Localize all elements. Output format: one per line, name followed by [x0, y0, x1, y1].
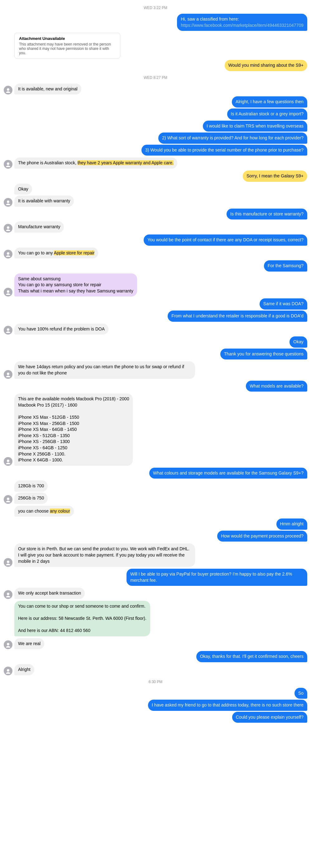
svg-point-6	[7, 226, 9, 229]
message-bubble: Will I be able to pay via PayPal for buy…	[126, 569, 307, 586]
message-row: Hi, saw a classified from here: https://…	[4, 14, 307, 31]
svg-point-19	[6, 501, 10, 502]
multi-bubble: Same if it was DOA? From what I understa…	[168, 299, 307, 321]
message-bubble: The phone is Australian stock, they have…	[14, 157, 177, 169]
avatar	[4, 326, 12, 335]
svg-point-15	[6, 376, 10, 377]
message-row: It is available, new and original	[4, 84, 307, 95]
message-row: Same if it was DOA? From what I understa…	[4, 299, 307, 321]
timestamp-wed322: WED 3:22 PM	[4, 6, 307, 10]
message-row: We only accept bank transaction	[4, 588, 307, 599]
message-row: Alright	[4, 664, 307, 675]
message-bubble: Hmm alright	[276, 519, 307, 530]
message-bubble: Manufacture warranty	[14, 221, 64, 232]
message-row: This are the available models Macbook Pr…	[4, 394, 307, 466]
message-bubble: What colours and storage models are avai…	[149, 468, 307, 479]
message-row: Okay, thanks for that. I'll get it confi…	[4, 651, 307, 662]
attachment-desc: This attachment may have been removed or…	[19, 42, 116, 55]
multi-bubble: Okay It is available with warranty	[14, 184, 74, 207]
message-row: Would you mind sharing about the S9+	[4, 60, 307, 71]
message-bubble: How would the payment process proceed?	[217, 531, 307, 542]
svg-point-5	[6, 204, 10, 205]
message-bubble: We have 14days return policy and you can…	[14, 361, 195, 378]
attachment-box: Attachment Unavailable This attachment m…	[14, 33, 120, 59]
message-row: What models are available?	[4, 381, 307, 392]
message-bubble: Could you please explain yourself?	[232, 712, 307, 723]
svg-point-14	[7, 373, 9, 375]
svg-point-24	[7, 643, 9, 645]
avatar	[4, 590, 12, 599]
avatar	[4, 198, 12, 207]
svg-point-4	[7, 200, 9, 203]
avatar	[4, 558, 12, 567]
svg-point-22	[7, 593, 9, 595]
svg-point-17	[6, 463, 10, 464]
message-row: You can go to any Apple store for repair	[4, 248, 307, 259]
message-bubble: From what I understand the retailer is r…	[168, 311, 307, 322]
message-row: Our store is in Perth. But we can send t…	[4, 544, 307, 567]
avatar	[4, 288, 12, 297]
avatar	[4, 86, 12, 94]
highlight: any colour	[50, 508, 70, 514]
message-row: You would be the point of contact if the…	[4, 235, 307, 246]
message-row: You can come to our shop or send someone…	[4, 601, 307, 637]
message-row: We have 14days return policy and you can…	[4, 361, 307, 378]
message-row: What colours and storage models are avai…	[4, 468, 307, 479]
message-bubble: I have asked my friend to go to that add…	[148, 700, 307, 711]
message-bubble: This are the available models Macbook Pr…	[14, 394, 133, 466]
message-bubble: Okay	[289, 336, 307, 348]
svg-point-3	[6, 165, 10, 167]
message-bubble: Is this manufacture or store warranty?	[226, 209, 307, 220]
message-row: You have 100% refund if the problem is D…	[4, 323, 307, 335]
message-bubble: Okay, thanks for that. I'll get it confi…	[196, 651, 307, 662]
message-row: Same about samsung You can go to any sam…	[4, 273, 307, 297]
message-row: you can choose any colour	[4, 506, 307, 517]
avatar	[4, 641, 12, 649]
svg-point-11	[6, 293, 10, 295]
message-row: For the Samsung?	[4, 260, 307, 272]
attachment-title: Attachment Unavailable	[19, 36, 116, 41]
message-row: Will I be able to pay via PayPal for buy…	[4, 569, 307, 586]
message-bubble: We are real	[14, 638, 44, 649]
avatar	[4, 495, 12, 504]
message-row: Alright, I have a few questions then Is …	[4, 96, 307, 156]
multi-bubble: Alright, I have a few questions then Is …	[142, 96, 307, 156]
svg-point-1	[6, 91, 10, 93]
avatar	[4, 224, 12, 232]
svg-point-18	[7, 498, 9, 500]
message-bubble: 128Gb is 700	[14, 480, 48, 492]
message-row: So I have asked my friend to go to that …	[4, 688, 307, 723]
message-bubble: 2) What sort of warranty is provided? An…	[158, 132, 307, 144]
highlight: Apple store for repair	[54, 250, 95, 255]
message-bubble: Same about samsung You can go to any sam…	[14, 273, 137, 297]
timestamp-wed827: WED 8:27 PM	[4, 75, 307, 80]
message-row: Sorry, I mean the Galaxy S9+	[4, 170, 307, 182]
svg-point-13	[6, 332, 10, 333]
svg-point-20	[7, 561, 9, 563]
svg-point-9	[6, 255, 10, 257]
message-bubble: I would like to claim TRS when travellin…	[203, 121, 307, 132]
avatar	[4, 250, 12, 258]
multi-bubble: So I have asked my friend to go to that …	[148, 688, 307, 723]
svg-point-26	[7, 669, 9, 672]
message-bubble: 256Gb is 750	[14, 493, 48, 504]
message-row: The phone is Australian stock, they have…	[4, 157, 307, 169]
svg-point-16	[7, 460, 9, 462]
timestamp-630: 6:30 PM	[4, 680, 307, 684]
message-row: Okay Thank you for answering those quest…	[4, 336, 307, 360]
message-bubble: Our store is in Perth. But we can send t…	[14, 544, 195, 567]
svg-point-27	[6, 672, 10, 674]
chat-container: WED 3:22 PM Hi, saw a classified from he…	[0, 0, 311, 726]
svg-point-0	[7, 88, 9, 91]
message-bubble: Thank you for answering those questions	[220, 348, 307, 360]
message-bubble: So	[294, 688, 307, 699]
multi-bubble: Okay Thank you for answering those quest…	[220, 336, 307, 360]
avatar	[4, 160, 12, 169]
message-bubble: Would you mind sharing about the S9+	[225, 60, 307, 71]
message-bubble: You can go to any Apple store for repair	[14, 248, 98, 259]
message-row: Okay It is available with warranty	[4, 184, 307, 207]
svg-point-2	[7, 162, 9, 165]
svg-point-7	[6, 229, 10, 231]
message-bubble: Alright, I have a few questions then	[232, 96, 307, 107]
message-bubble: Is it Australian stock or a grey import?	[227, 108, 307, 120]
